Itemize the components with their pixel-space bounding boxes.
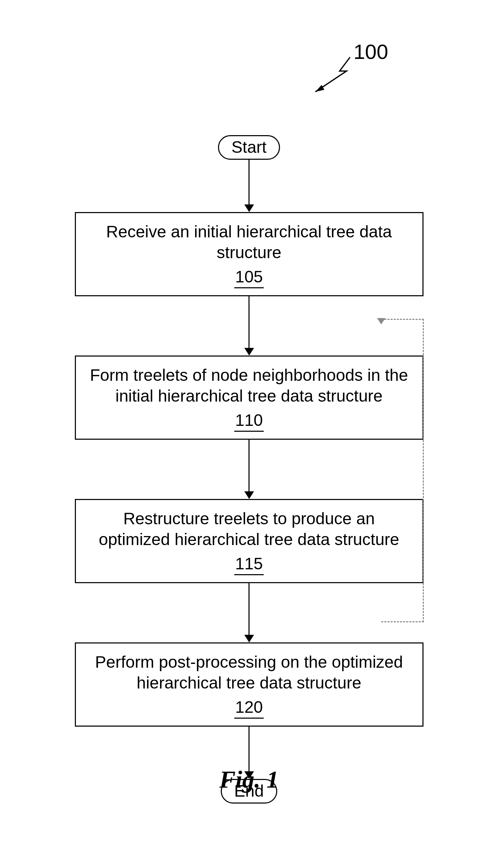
step-text: Receive an initial hierarchical tree dat… <box>90 221 409 263</box>
dashed-arrowhead-down-icon <box>377 318 385 324</box>
step-box-120: Perform post-processing on the optimized… <box>75 642 423 727</box>
figure-page: 100 Start Receive an initial hierarchica… <box>0 0 498 868</box>
reference-arrow-icon <box>295 52 357 97</box>
arrowhead-down-icon <box>244 204 254 212</box>
step-text: Restructure treelets to produce an optim… <box>90 508 409 550</box>
connector-line <box>248 440 250 492</box>
flowchart: Start Receive an initial hierarchical tr… <box>83 135 416 804</box>
connector-line <box>248 160 250 205</box>
connector-line <box>248 296 250 348</box>
figure-caption: Fig. 1 <box>0 766 498 794</box>
connector-line <box>248 727 250 772</box>
step-number: 105 <box>234 266 263 288</box>
arrowhead-down-icon <box>244 635 254 642</box>
figure-reference-number: 100 <box>353 40 388 64</box>
connector <box>244 440 254 499</box>
step-text: Perform post-processing on the optimized… <box>90 652 409 693</box>
step-box-115: Restructure treelets to produce an optim… <box>75 499 423 583</box>
step-number: 115 <box>234 553 263 575</box>
arrowhead-down-icon <box>244 491 254 499</box>
svg-marker-0 <box>315 85 324 92</box>
connector-line <box>248 583 250 635</box>
step-box-105: Receive an initial hierarchical tree dat… <box>75 212 423 296</box>
arrowhead-down-icon <box>244 348 254 356</box>
step-text: Form treelets of node neighborhoods in t… <box>90 365 409 406</box>
connector <box>244 583 254 642</box>
start-label: Start <box>231 138 267 156</box>
step-number: 110 <box>234 410 263 432</box>
connector <box>244 296 254 356</box>
start-terminal: Start <box>218 135 280 160</box>
step-box-110: Form treelets of node neighborhoods in t… <box>75 356 423 440</box>
connector <box>244 160 254 212</box>
step-number: 120 <box>234 697 263 719</box>
